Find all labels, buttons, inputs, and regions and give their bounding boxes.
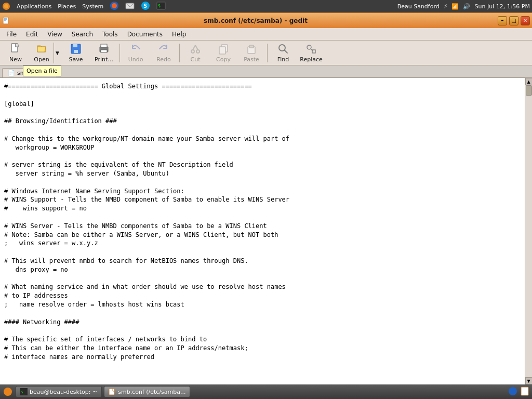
svg-rect-19 [101,50,107,52]
find-button[interactable]: Find [270,42,297,64]
browser-icon[interactable] [110,1,119,12]
smb-conf-tab[interactable]: 📄 smb.conf ✕ [2,68,57,77]
svg-rect-17 [74,50,78,53]
toolbar: New Open ▼ Save Print... Undo Redo Cut [0,41,532,65]
system-bar: Applications Places System S $_ Beau San… [0,0,532,12]
tab-close-icon[interactable]: ✕ [48,71,52,76]
toolbar-separator-3 [267,44,268,62]
scroll-up-button[interactable]: ▲ [525,78,533,85]
taskbar-terminal-label: beau@beau-desktop: ~ [30,389,97,395]
new-button[interactable]: New [2,42,29,64]
mail-icon[interactable] [125,1,135,12]
print-button[interactable]: Print... [90,42,117,64]
tools-menu[interactable]: Tools [98,30,122,39]
svg-marker-14 [16,44,19,47]
undo-button[interactable]: Undo [122,42,149,64]
window-title: smb.conf (/etc/samba) - gedit [14,17,498,24]
username: Beau Sandford [397,3,440,10]
file-menu[interactable]: File [2,30,21,39]
edit-menu[interactable]: Edit [22,30,42,39]
scroll-thumb[interactable] [526,85,532,96]
vertical-scrollbar[interactable]: ▲ ▼ [525,78,532,384]
search-menu[interactable]: Search [68,30,97,39]
open-button-group[interactable]: Open ▼ [30,42,61,64]
documents-menu[interactable]: Documents [123,30,167,39]
svg-point-22 [196,50,200,53]
tab-label: smb.conf [17,70,44,76]
open-button-main[interactable]: Open [31,43,52,63]
system-tray-icon: ⚡ [444,3,448,10]
editor-container: #======================== Global Setting… [0,78,532,384]
cut-button[interactable]: Cut [182,42,209,64]
system-menu[interactable]: System [82,3,103,10]
svg-point-3 [112,3,117,8]
taskbar-browser-icon[interactable] [508,387,517,397]
gedit-icon [2,17,10,25]
taskbar-right [508,387,530,397]
svg-rect-16 [73,44,77,47]
svg-rect-28 [249,45,254,48]
network-icon: 📶 [451,3,459,10]
toolbar-separator-1 [119,44,120,62]
svg-point-1 [4,4,8,8]
svg-line-30 [285,50,288,54]
scroll-track[interactable] [525,85,532,377]
terminal-icon[interactable]: $_ [156,1,166,12]
taskbar-editor-button[interactable]: smb.conf (/etc/samba... [104,386,190,397]
svg-rect-38 [521,387,528,395]
app-menu-icon [2,2,10,10]
svg-point-21 [191,50,194,53]
paste-button[interactable]: Paste [238,42,265,64]
help-menu[interactable]: Help [168,30,190,39]
taskbar-gedit-icon[interactable] [521,387,530,397]
svg-rect-36 [109,389,114,395]
maximize-button[interactable]: □ [509,16,518,25]
title-bar: smb.conf (/etc/samba) - gedit – □ ✕ [0,12,532,28]
svg-point-37 [509,387,517,395]
datetime-display: Sun Jul 12, 1:56 PM [474,3,530,10]
places-menu[interactable]: Places [58,3,76,10]
toolbar-separator-2 [179,44,180,62]
svg-rect-20 [101,44,107,47]
volume-icon: 🔊 [463,3,470,10]
svg-line-23 [193,45,195,50]
window-controls[interactable]: – □ ✕ [498,16,530,25]
svg-point-33 [4,388,12,396]
svg-text:$_: $_ [21,390,25,394]
taskbar: $_ beau@beau-desktop: ~ smb.conf (/etc/s… [0,384,532,399]
skype-icon[interactable]: S [141,1,150,12]
tab-icon: 📄 [8,70,15,76]
applications-menu[interactable]: Applications [17,3,51,10]
svg-text:$_: $_ [158,4,163,8]
menu-bar: File Edit View Search Tools Documents He… [0,28,532,41]
system-bar-right: Beau Sandford ⚡ 📶 🔊 Sun Jul 12, 1:56 PM [397,3,530,10]
editor-scroll-area[interactable]: #======================== Global Setting… [0,78,525,384]
editor-content[interactable]: #======================== Global Setting… [0,78,525,366]
open-dropdown-arrow[interactable]: ▼ [54,43,61,63]
redo-button[interactable]: Redo [150,42,177,64]
save-button[interactable]: Save [62,42,89,64]
svg-rect-26 [219,47,225,54]
view-menu[interactable]: View [43,30,66,39]
taskbar-app-icon[interactable] [2,386,14,397]
system-bar-left: Applications Places System S $_ [2,1,166,12]
taskbar-terminal-button[interactable]: $_ beau@beau-desktop: ~ [16,386,102,397]
svg-text:S: S [143,3,147,9]
scroll-down-button[interactable]: ▼ [525,377,533,384]
minimize-button[interactable]: – [498,16,507,25]
taskbar-editor-label: smb.conf (/etc/samba... [118,389,185,395]
svg-line-24 [195,45,198,50]
copy-button[interactable]: Copy [210,42,237,64]
close-button[interactable]: ✕ [521,16,530,25]
tab-bar: 📄 smb.conf ✕ [0,65,532,78]
replace-button[interactable]: Replace [298,42,325,64]
